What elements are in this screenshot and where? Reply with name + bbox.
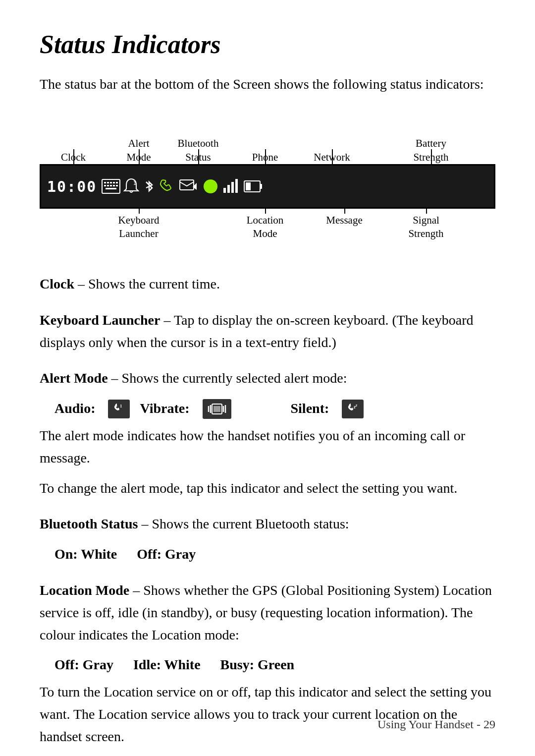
svg-text:1: 1 [133,180,136,186]
location-body: To turn the Location service on or off, … [40,681,495,748]
keyboard-heading: Keyboard Launcher [40,312,160,328]
bluetooth-heading: Bluetooth Status [40,516,138,531]
svg-rect-2 [107,182,109,183]
svg-text:1: 1 [120,404,122,408]
silent-label: Silent: [291,398,329,420]
bluetooth-modes-row: On: White Off: Gray [54,543,495,566]
keyboard-icon [102,179,120,194]
bluetooth-on: On: White [54,543,117,566]
location-idle: Idle: White [133,654,201,676]
svg-point-14 [204,179,217,193]
audio-icon: 1 [108,400,130,418]
alert-modes-row: Audio: 1 Vibrate: Silent: z z [54,398,495,420]
alert-heading: Alert Mode [40,370,108,386]
top-labels: Clock AlertMode BluetoothStatus Phone Ne… [40,115,495,164]
svg-rect-4 [113,182,115,183]
svg-text:z: z [355,403,358,407]
diagram: Clock AlertMode BluetoothStatus Phone Ne… [40,115,495,253]
alert-mode-section: Alert Mode – Shows the currently selecte… [40,367,495,499]
intro-text: The status bar at the bottom of the Scre… [40,74,495,95]
svg-rect-24 [214,406,220,412]
vibrate-icon [203,399,231,419]
location-modes-row: Off: Gray Idle: White Busy: Green [54,654,495,676]
svg-rect-11 [106,188,116,189]
signal-strength-icon [222,178,240,195]
bluetooth-icon [142,178,156,195]
svg-rect-21 [246,182,251,190]
alert-body2: To change the alert mode, tap this indic… [40,477,495,500]
keyboard-launcher-section: Keyboard Launcher – Tap to display the o… [40,309,495,354]
bottom-labels: KeyboardLauncher LocationMode Message Si… [40,209,495,253]
keyboard-launcher-label: KeyboardLauncher [118,214,160,241]
message-icon [179,178,199,195]
footer-text: Using Your Handset - 29 [377,718,495,731]
location-heading: Location Mode [40,582,129,598]
location-off: Off: Gray [54,654,113,676]
silent-icon: z z [342,400,364,418]
message-label: Message [326,214,362,227]
phone-icon [159,178,176,195]
alert-body1: The alert mode indicates how the handset… [40,425,495,469]
network-icon [202,178,219,195]
time-icon: 10:00 [47,178,97,195]
svg-rect-17 [231,182,234,193]
signal-strength-label: SignalStrength [408,214,443,241]
svg-rect-16 [227,185,230,193]
svg-rect-18 [235,179,238,193]
svg-rect-20 [260,184,262,189]
svg-rect-5 [116,182,118,183]
svg-rect-9 [113,185,115,186]
clock-section: Clock – Shows the current time. [40,273,495,295]
svg-rect-15 [223,188,226,193]
bluetooth-section: Bluetooth Status – Shows the current Blu… [40,513,495,566]
audio-label: Audio: [54,398,95,420]
svg-rect-8 [110,185,112,186]
svg-rect-3 [110,182,112,183]
location-busy: Busy: Green [220,654,295,676]
page-title: Status Indicators [40,30,495,59]
svg-rect-10 [116,185,118,186]
svg-rect-1 [104,182,106,183]
status-bar: 10:00 1 [40,164,495,209]
battery-icon [243,178,263,195]
location-mode-label: LocationMode [247,214,284,241]
alert-mode-icon: 1 [123,178,139,195]
vibrate-label: Vibrate: [140,398,189,420]
svg-rect-7 [107,185,109,186]
bluetooth-off: Off: Gray [137,543,196,566]
svg-rect-6 [104,185,106,186]
svg-rect-13 [180,180,194,190]
clock-heading: Clock [40,276,74,291]
